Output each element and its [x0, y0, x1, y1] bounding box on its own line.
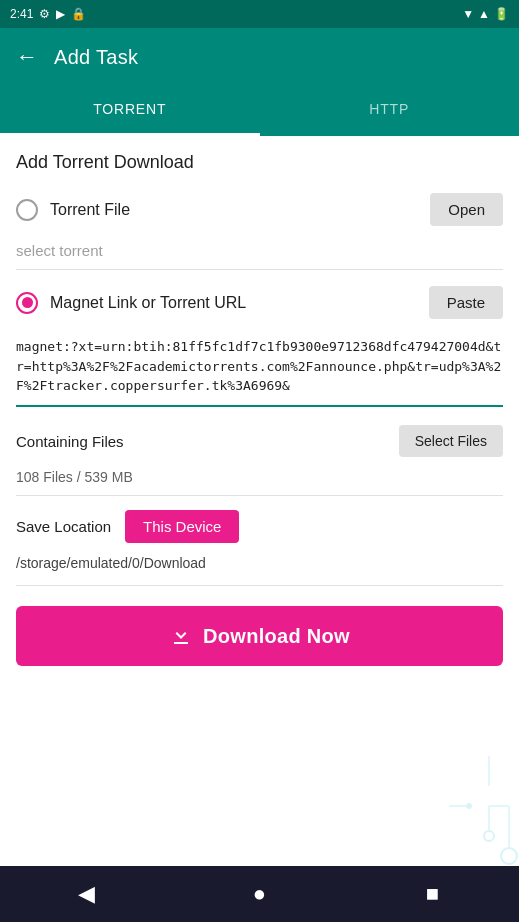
paste-button[interactable]: Paste	[429, 286, 503, 319]
app-bar-title: Add Task	[54, 46, 138, 69]
torrent-file-label: Torrent File	[50, 201, 130, 219]
tab-torrent[interactable]: TORRENT	[0, 86, 260, 136]
torrent-file-row: Torrent File Open	[16, 185, 503, 234]
back-button[interactable]: ←	[16, 44, 38, 70]
torrent-file-option-left: Torrent File	[16, 199, 130, 221]
lock-icon: 🔒	[71, 7, 86, 21]
magnet-link-label: Magnet Link or Torrent URL	[50, 294, 246, 312]
bottom-nav: ◀ ● ■	[0, 866, 519, 922]
save-location-label: Save Location	[16, 518, 111, 535]
status-bar-right: ▼ ▲ 🔋	[462, 7, 509, 21]
magnet-link-option-left: Magnet Link or Torrent URL	[16, 292, 246, 314]
files-count: 108 Files / 539 MB	[16, 463, 503, 496]
this-device-button[interactable]: This Device	[125, 510, 239, 543]
download-icon	[169, 624, 193, 648]
download-btn-wrap: Download Now	[16, 586, 503, 682]
time-display: 2:41	[10, 7, 33, 21]
radio-inner-dot	[22, 297, 33, 308]
settings-icon: ⚙	[39, 7, 50, 21]
main-content: Add Torrent Download Torrent File Open s…	[0, 136, 519, 866]
open-button[interactable]: Open	[430, 193, 503, 226]
battery-icon: 🔋	[494, 7, 509, 21]
download-now-button[interactable]: Download Now	[16, 606, 503, 666]
tab-http[interactable]: HTTP	[260, 86, 520, 136]
tab-bar: TORRENT HTTP	[0, 86, 519, 136]
play-icon: ▶	[56, 7, 65, 21]
containing-files-label: Containing Files	[16, 433, 124, 450]
signal-icon: ▲	[478, 7, 490, 21]
status-bar: 2:41 ⚙ ▶ 🔒 ▼ ▲ 🔋	[0, 0, 519, 28]
magnet-link-radio[interactable]	[16, 292, 38, 314]
nav-back-button[interactable]: ◀	[57, 874, 117, 914]
wifi-icon: ▼	[462, 7, 474, 21]
torrent-file-radio[interactable]	[16, 199, 38, 221]
section-title: Add Torrent Download	[16, 136, 503, 185]
app-bar: ← Add Task	[0, 28, 519, 86]
nav-home-button[interactable]: ●	[230, 874, 290, 914]
status-bar-left: 2:41 ⚙ ▶ 🔒	[10, 7, 86, 21]
magnet-url-input[interactable]	[16, 327, 503, 407]
torrent-placeholder[interactable]: select torrent	[16, 234, 503, 270]
save-location-row: Save Location This Device	[16, 496, 503, 549]
download-btn-label: Download Now	[203, 625, 350, 648]
magnet-link-row: Magnet Link or Torrent URL Paste	[16, 278, 503, 327]
nav-recent-button[interactable]: ■	[403, 874, 463, 914]
containing-files-row: Containing Files Select Files	[16, 425, 503, 463]
storage-path: /storage/emulated/0/Download	[16, 549, 503, 586]
select-files-button[interactable]: Select Files	[399, 425, 503, 457]
